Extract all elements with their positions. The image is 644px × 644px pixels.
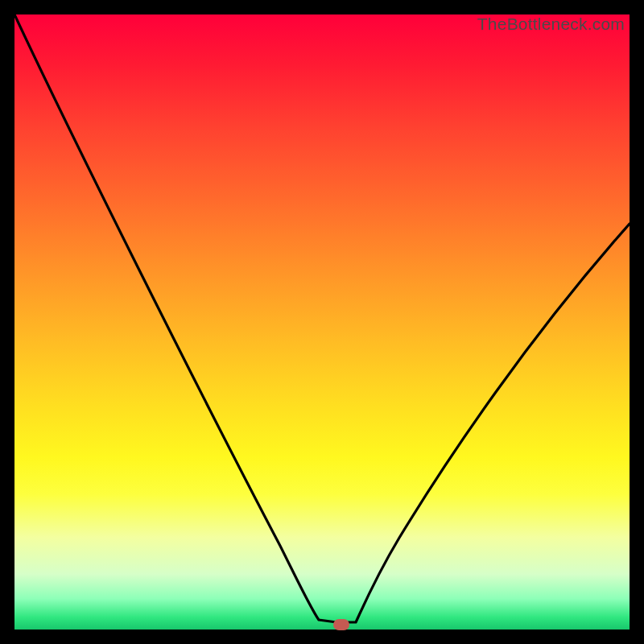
- curve-path: [14, 14, 630, 622]
- bottleneck-curve: [14, 14, 630, 630]
- chart-frame: TheBottleneck.com: [0, 0, 644, 644]
- plot-area: TheBottleneck.com: [14, 14, 630, 630]
- optimum-marker: [333, 619, 349, 630]
